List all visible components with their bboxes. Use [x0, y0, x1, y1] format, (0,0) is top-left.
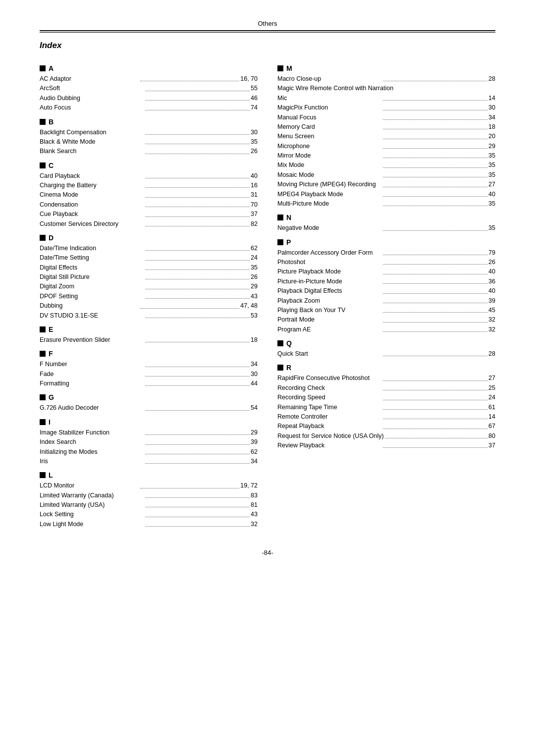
list-item: Program AE 32: [277, 325, 495, 334]
entry-name: Remote Controller: [277, 412, 382, 422]
entry-name: Picture-in-Picture Mode: [277, 277, 382, 286]
entry-page: 35: [488, 199, 495, 209]
list-item: MagicPix Function 30: [277, 103, 495, 112]
entry-name: Negative Mode: [277, 223, 382, 233]
entry-name: Formatting: [40, 379, 144, 388]
entry-page: 31: [251, 190, 258, 200]
entry-page: 28: [488, 349, 495, 359]
entry-page: 39: [488, 296, 495, 306]
entry-dots: [383, 151, 487, 161]
entry-page: 62: [251, 244, 258, 253]
page: Others Index AAC Adaptor 16, 70ArcSoft 5…: [0, 0, 535, 756]
entry-name: Index Search: [40, 437, 144, 447]
list-item: Macro Close-up 28: [277, 74, 495, 84]
index-columns: AAC Adaptor 16, 70ArcSoft 55Audio Dubbin…: [40, 59, 495, 529]
entry-dots: [145, 491, 250, 500]
entry-dots: [140, 301, 240, 311]
section-header-L: L: [40, 471, 258, 479]
section-letter: G: [49, 393, 54, 401]
list-item: Recording Check 25: [277, 383, 495, 393]
entry-page: 61: [488, 403, 495, 412]
entry-page: 40: [488, 190, 495, 199]
section-header-R: R: [277, 364, 495, 372]
entry-dots: [385, 432, 487, 441]
entry-dots: [145, 500, 250, 510]
list-item: Quick Start 28: [277, 349, 495, 359]
entry-page: 74: [251, 103, 258, 112]
entry-name: Erasure Prevention Slider: [40, 335, 144, 345]
entry-dots: [145, 171, 250, 181]
list-item: Mirror Mode 35: [277, 151, 495, 161]
entry-name: Playing Back on Your TV: [277, 306, 382, 315]
section-letter: L: [49, 471, 53, 479]
entry-dots: [145, 447, 250, 457]
entry-name: Fade: [40, 370, 144, 379]
list-item: Blank Search 26: [40, 147, 258, 156]
list-item: Mosaic Mode 35: [277, 170, 495, 180]
entry-dots: [145, 370, 250, 379]
entry-name: Card Playback: [40, 171, 144, 181]
list-item: Photoshot 26: [277, 258, 495, 267]
entry-dots: [145, 84, 250, 93]
entry-dots: [383, 422, 487, 431]
entry-name: Cinema Mode: [40, 190, 144, 200]
entry-page: 39: [251, 437, 258, 447]
entry-name: G.726 Audio Decoder: [40, 403, 144, 413]
section-letter: P: [286, 238, 291, 246]
section-header-F: F: [40, 350, 258, 358]
entry-name: MagicPix Function: [277, 103, 382, 112]
entry-name: Recording Check: [277, 383, 382, 393]
entry-name: Customer Services Directory: [40, 219, 144, 229]
entry-name: Image Stabilizer Function: [40, 428, 144, 437]
top-rule: [40, 30, 495, 31]
list-item: RapidFire Consecutive Photoshot 27: [277, 374, 495, 383]
entry-name: Repeat Playback: [277, 422, 382, 431]
list-item: Audio Dubbing 46: [40, 94, 258, 103]
entry-page: 40: [488, 267, 495, 276]
entry-dots: [145, 128, 250, 137]
section-letter: A: [49, 64, 54, 72]
list-item: Portrait Mode 32: [277, 315, 495, 324]
entry-name: DV STUDIO 3.1E-SE: [40, 311, 144, 321]
entry-name: Iris: [40, 457, 144, 466]
entry-page: 44: [251, 379, 258, 388]
list-item: Index Search 39: [40, 437, 258, 447]
entry-page: 34: [251, 457, 258, 466]
section-letter: F: [49, 350, 53, 358]
section-header-D: D: [40, 234, 258, 242]
list-item: Limited Warranty (Canada) 83: [40, 491, 258, 500]
section-letter: I: [49, 418, 51, 426]
entry-page: 24: [251, 253, 258, 263]
list-item: Picture Playback Mode 40: [277, 267, 495, 276]
entry-dots: [383, 286, 487, 296]
entry-dots: [145, 437, 250, 447]
entry-name: F Number: [40, 360, 144, 369]
list-item: Multi-Picture Mode 35: [277, 199, 495, 209]
section-square: [40, 394, 46, 400]
entry-name: Initializing the Modes: [40, 447, 144, 457]
entry-page: 20: [488, 132, 495, 141]
entry-dots: [145, 244, 250, 253]
list-item: Remote Controller 14: [277, 412, 495, 422]
bottom-rule: [40, 32, 495, 33]
list-item: ArcSoft 55: [40, 84, 258, 93]
list-item: Condensation 70: [40, 200, 258, 210]
list-item: Digital Effects 35: [40, 263, 258, 272]
list-item: Remaining Tape Time 61: [277, 403, 495, 412]
entry-page: 25: [488, 383, 495, 393]
section-square: [40, 65, 46, 71]
list-item: Magic Wire Remote Control with Narration: [277, 84, 495, 93]
entry-page: 18: [251, 335, 258, 345]
list-item: Microphone 29: [277, 142, 495, 151]
entry-name: Blank Search: [40, 147, 144, 156]
entry-dots: [383, 74, 487, 84]
entry-name: DPOF Setting: [40, 292, 144, 301]
section-letter: D: [49, 234, 54, 242]
entry-dots: [145, 510, 250, 519]
entry-page: 80: [488, 432, 495, 441]
entry-page: 27: [488, 180, 495, 189]
entry-dots: [383, 306, 487, 315]
entry-page: 45: [488, 306, 495, 315]
entry-page: 40: [251, 171, 258, 181]
list-item: Limited Warranty (USA) 81: [40, 500, 258, 510]
